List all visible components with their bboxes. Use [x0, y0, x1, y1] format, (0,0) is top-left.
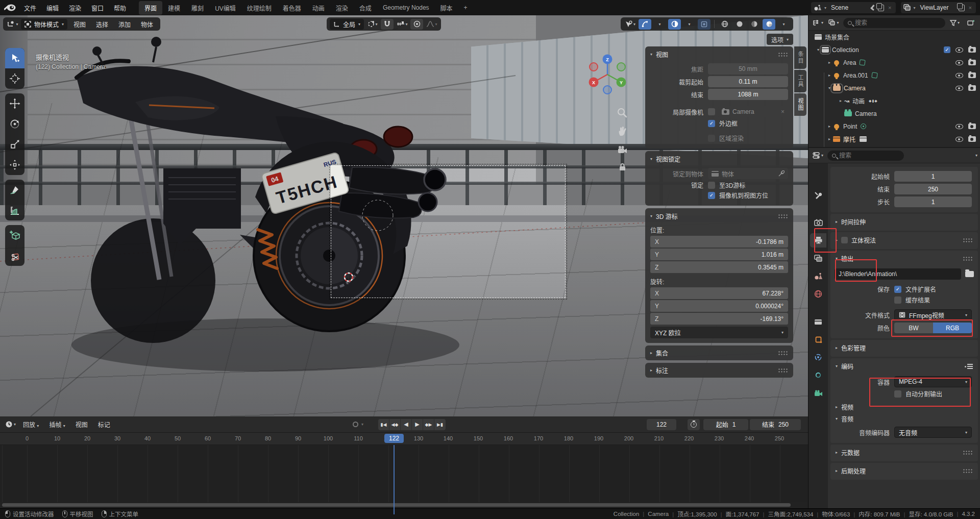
- file-format-dropdown[interactable]: FFmpeg视频▾: [894, 309, 972, 320]
- object-visibility-button[interactable]: ▾: [624, 19, 636, 30]
- autosplit-checkbox[interactable]: [894, 390, 901, 398]
- tab-object-data[interactable]: [810, 386, 826, 400]
- overlays-dropdown[interactable]: ▾: [683, 19, 696, 30]
- frame-end-field[interactable]: 结束250: [750, 419, 801, 430]
- camera-visibility-icon[interactable]: [968, 123, 976, 129]
- post-processing-panel[interactable]: ▸后期处理: [830, 463, 978, 480]
- cache-result-checkbox[interactable]: [894, 296, 901, 304]
- gizmo-x-label[interactable]: X: [592, 80, 595, 85]
- tool-cursor[interactable]: [5, 68, 24, 89]
- timeline-menu-keying[interactable]: 插帧 ▾: [45, 420, 69, 429]
- eye-icon[interactable]: [955, 124, 963, 129]
- eye-icon[interactable]: [955, 73, 963, 78]
- menu-help[interactable]: 帮助: [109, 2, 131, 14]
- tab-world[interactable]: [810, 287, 826, 301]
- mode-selector[interactable]: 物体模式 ▾: [21, 19, 67, 30]
- menu-render[interactable]: 渲染: [64, 2, 86, 14]
- use-preview-range-button[interactable]: [688, 419, 700, 430]
- timeline-tracks[interactable]: [0, 445, 808, 502]
- collapse-icon[interactable]: ▸: [836, 468, 838, 473]
- frame-end-field[interactable]: 250: [894, 184, 972, 194]
- shading-material-button[interactable]: [748, 19, 761, 30]
- outliner-row-area-001[interactable]: ▸ Area.001: [808, 69, 980, 82]
- panel-3d-cursor-title[interactable]: 3D 游标: [656, 212, 678, 220]
- clip-end-field[interactable]: 1088 m: [708, 89, 788, 100]
- zoom-icon[interactable]: [617, 107, 628, 118]
- gizmo-z-label[interactable]: Z: [606, 57, 609, 62]
- outliner-row-motorcycle[interactable]: ▸ 摩托: [808, 133, 980, 145]
- timeline-menu-view[interactable]: 视图: [71, 420, 92, 429]
- output-title[interactable]: 输出: [841, 254, 853, 263]
- prev-keyframe-button[interactable]: ◀◆: [389, 419, 401, 430]
- frame-start-field[interactable]: 起始1: [703, 419, 748, 430]
- collapse-icon[interactable]: ▸: [650, 368, 652, 373]
- camera-visibility-icon[interactable]: [968, 47, 976, 53]
- collapse-icon[interactable]: ▾: [836, 256, 838, 261]
- proportional-falloff-button[interactable]: ▾: [425, 19, 438, 30]
- cursor-loc-z-field[interactable]: Z0.3545 m: [650, 261, 788, 273]
- presets-icon[interactable]: [965, 363, 973, 369]
- panel-grip-icon[interactable]: [778, 368, 788, 373]
- workspace-tab-geometry-nodes[interactable]: Geometry Nodes: [377, 2, 435, 14]
- transform-orientation-selector[interactable]: 全局 ▾: [330, 19, 364, 30]
- pan-hand-icon[interactable]: [617, 126, 628, 137]
- new-scene-icon[interactable]: [878, 5, 884, 11]
- collapse-icon[interactable]: ▸: [836, 345, 838, 350]
- audio-codec-dropdown[interactable]: 无音频▾: [894, 427, 972, 438]
- container-dropdown[interactable]: MPEG-4▾: [894, 376, 972, 387]
- camera-to-view-checkbox[interactable]: ✓: [708, 192, 715, 199]
- tool-transform[interactable]: [5, 155, 24, 175]
- color-bw-button[interactable]: BW: [894, 323, 933, 333]
- blender-logo-icon[interactable]: [4, 4, 16, 12]
- playhead-line[interactable]: [394, 445, 395, 514]
- npanel-tab-item[interactable]: 条目: [794, 46, 806, 69]
- play-button[interactable]: ▶: [412, 419, 423, 430]
- workspace-tab-texture-paint[interactable]: 纹理绘制: [241, 1, 277, 15]
- camera-view-icon[interactable]: [617, 144, 628, 156]
- npanel-tab-tool[interactable]: 工具: [794, 70, 806, 92]
- outliner-row-animation[interactable]: ▸ ↝ 动画 ◆▮◆: [808, 94, 980, 107]
- camera-visibility-icon[interactable]: [968, 72, 976, 78]
- snap-toggle-button[interactable]: [381, 19, 394, 30]
- shading-rendered-button[interactable]: [763, 19, 775, 30]
- workspace-tab-scripting[interactable]: 脚本: [435, 1, 458, 15]
- npanel-tab-view[interactable]: 视图: [794, 93, 806, 116]
- cursor-rot-z-field[interactable]: Z-169.13°: [650, 313, 788, 325]
- workspace-tab-add-button[interactable]: +: [458, 2, 473, 14]
- panel-grip-icon[interactable]: [778, 351, 788, 355]
- panel-grip-icon[interactable]: [778, 52, 788, 57]
- options-button[interactable]: 选项 ▾: [767, 34, 793, 45]
- properties-search-input[interactable]: [839, 152, 899, 159]
- eye-icon[interactable]: [955, 60, 963, 65]
- outliner-editor-type-button[interactable]: ▾: [812, 17, 824, 28]
- expand-toggle[interactable]: ▸: [826, 60, 833, 65]
- frame-start-field[interactable]: 1: [894, 171, 972, 182]
- expand-toggle[interactable]: ▾: [815, 47, 822, 52]
- viewport-3d[interactable]: 04 RUS T5HCH 摄像机透视 (122) Collection | Ca…: [0, 15, 808, 416]
- panel-view-lock-title[interactable]: 视图锁定: [656, 155, 680, 163]
- tab-scene[interactable]: [810, 269, 826, 283]
- workspace-tab-shading[interactable]: 着色器: [277, 1, 307, 15]
- outliner-row-camera-object[interactable]: ▾ Camera: [808, 82, 980, 94]
- timeline-menu-playback[interactable]: 回放 ▾: [19, 420, 43, 429]
- time-stretch-panel[interactable]: ▸时间拉伸: [830, 214, 978, 231]
- cursor-loc-x-field[interactable]: X-0.1786 m: [650, 236, 788, 248]
- panel-annotations[interactable]: ▸标注: [645, 363, 793, 378]
- outliner-display-mode-button[interactable]: ▾: [827, 17, 840, 28]
- properties-editor-type-button[interactable]: ▾: [812, 150, 824, 161]
- properties-search[interactable]: [827, 151, 904, 161]
- current-frame-field[interactable]: 122: [647, 419, 676, 430]
- pivot-point-button[interactable]: ▾: [366, 19, 379, 30]
- jump-to-start-button[interactable]: ▮◀: [378, 419, 389, 430]
- expand-toggle[interactable]: ▸: [826, 73, 833, 78]
- workspace-tab-compositing[interactable]: 合成: [354, 1, 377, 15]
- tab-tool[interactable]: [810, 188, 826, 202]
- folder-browse-icon[interactable]: [965, 271, 974, 277]
- shading-solid-button[interactable]: [733, 19, 746, 30]
- remove-viewlayer-icon[interactable]: ×: [967, 5, 973, 11]
- viewport-menu-view[interactable]: 视图: [69, 20, 90, 29]
- gizmos-dropdown[interactable]: ▾: [653, 19, 666, 30]
- snap-target-button[interactable]: ▾: [396, 19, 408, 30]
- camera-visibility-icon[interactable]: [968, 136, 976, 142]
- rotation-order-dropdown[interactable]: XYZ 欧拉▾: [650, 327, 788, 338]
